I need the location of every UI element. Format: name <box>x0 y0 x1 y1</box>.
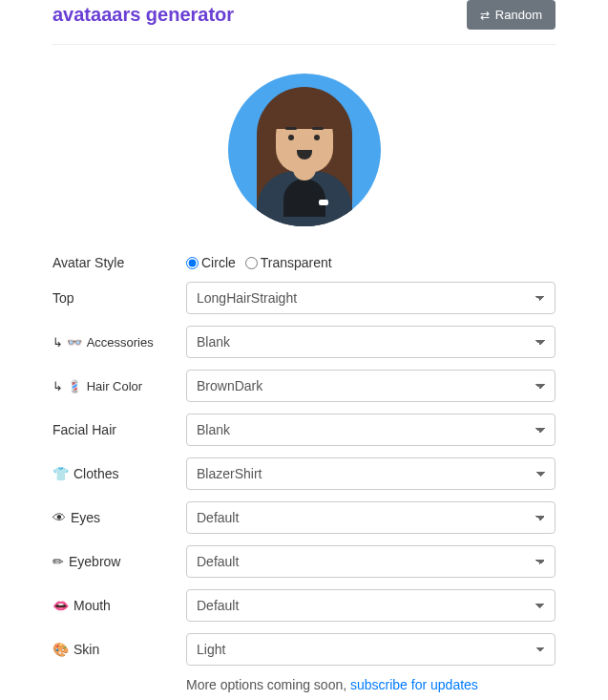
pencil-icon: ✏ <box>52 554 64 569</box>
random-button[interactable]: ⇄ Random <box>467 0 556 30</box>
radio-transparent[interactable]: Transparent <box>245 255 332 270</box>
mouth-icon: 👄 <box>52 598 69 613</box>
accessories-label: ↳ 👓 Accessories <box>52 335 186 350</box>
skin-label: 🎨 Skin <box>52 642 186 657</box>
hair-color-label: ↳ 💈 Hair Color <box>52 379 186 393</box>
mouth-select[interactable]: Default <box>186 589 556 622</box>
avatar-style-label: Avatar Style <box>52 255 186 270</box>
eyes-select[interactable]: Default <box>186 501 556 534</box>
facial-hair-label: Facial Hair <box>52 422 186 437</box>
hair-color-select[interactable]: BrownDark <box>186 370 556 402</box>
shirt-icon: 👕 <box>52 466 69 481</box>
barber-icon: ↳ 💈 <box>52 379 82 393</box>
more-options-text: More options coming soon, subscribe for … <box>186 677 556 692</box>
eyebrow-select[interactable]: Default <box>186 545 556 578</box>
header: avataaars generator ⇄ Random <box>52 0 556 45</box>
options-form: Avatar Style Circle Transparent Top Long… <box>52 250 556 700</box>
subscribe-link[interactable]: subscribe for updates <box>350 677 478 692</box>
top-select[interactable]: LongHairStraight <box>186 282 556 314</box>
avatar-circle <box>228 74 381 226</box>
shuffle-icon: ⇄ <box>480 9 490 22</box>
brand-title: avataaars generator <box>52 4 234 26</box>
palette-icon: 🎨 <box>52 642 69 657</box>
glasses-icon: ↳ 👓 <box>52 335 82 350</box>
facial-hair-select[interactable]: Blank <box>186 414 556 446</box>
eye-icon: 👁 <box>52 510 66 525</box>
clothes-label: 👕 Clothes <box>52 466 186 481</box>
top-label: Top <box>52 290 186 306</box>
avatar-preview <box>52 45 556 250</box>
radio-transparent-input[interactable] <box>245 257 258 269</box>
mouth-label: 👄 Mouth <box>52 598 186 613</box>
accessories-select[interactable]: Blank <box>186 326 556 358</box>
radio-circle-input[interactable] <box>186 257 199 269</box>
radio-circle[interactable]: Circle <box>186 255 236 270</box>
random-button-label: Random <box>495 8 542 22</box>
eyes-label: 👁 Eyes <box>52 510 186 525</box>
clothes-select[interactable]: BlazerShirt <box>186 457 556 490</box>
skin-select[interactable]: Light <box>186 633 556 666</box>
eyebrow-label: ✏ Eyebrow <box>52 554 186 569</box>
